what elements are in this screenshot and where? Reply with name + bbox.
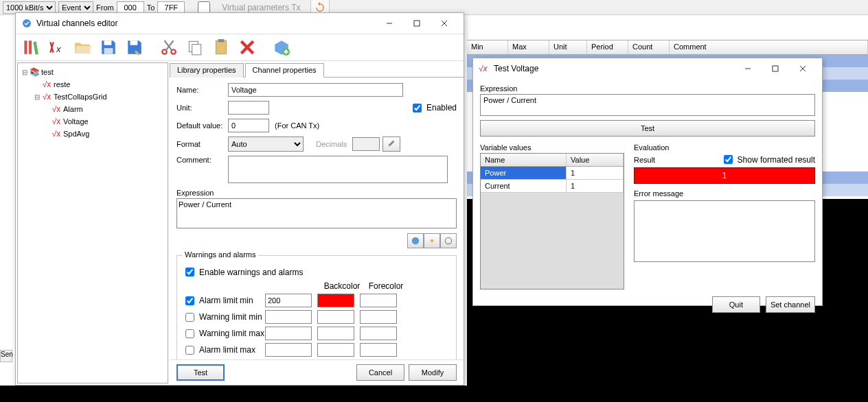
testdlg-titlebar[interactable]: √x Test Voltage <box>473 58 822 79</box>
evaluation-label: Evaluation <box>634 143 815 152</box>
property-tabs: Library properties Channel properties <box>170 62 464 78</box>
alarm-max-backcolor[interactable] <box>317 343 354 357</box>
table-row[interactable]: Current1 <box>481 180 624 193</box>
warn-max-checkbox[interactable]: Warning limit max <box>183 327 265 340</box>
add-package-icon[interactable] <box>270 36 293 59</box>
editor-titlebar[interactable]: Virtual channels editor <box>16 13 464 34</box>
run-test-button[interactable]: Test <box>480 120 815 137</box>
library-icon[interactable] <box>19 36 42 59</box>
svg-rect-12 <box>218 39 225 42</box>
baud-select[interactable]: 1000 kBit/s <box>3 1 56 14</box>
save-icon[interactable] <box>97 36 120 59</box>
warn-min-backcolor[interactable] <box>317 310 354 324</box>
channel-tree[interactable]: ⊟📚test √xreste ⊟√xTestCollapsGrid √xAlar… <box>17 62 168 383</box>
formula-icon[interactable]: x <box>45 36 68 59</box>
delete-icon[interactable] <box>236 36 259 59</box>
comment-input[interactable] <box>228 156 448 183</box>
svg-point-15 <box>431 239 434 243</box>
default-input[interactable] <box>228 119 269 132</box>
formula-icon: √x <box>479 63 490 74</box>
editor-toolbar: x <box>16 34 464 61</box>
variable-values-label: Variable values <box>480 143 624 152</box>
cut-icon[interactable] <box>157 36 181 59</box>
from-label: From <box>96 3 114 12</box>
expression-input[interactable]: Power / Current <box>176 198 457 228</box>
expr-link-icon[interactable] <box>440 233 457 248</box>
from-input[interactable] <box>117 1 144 14</box>
svg-rect-11 <box>216 40 226 54</box>
decimals-input <box>352 137 380 151</box>
default-label: Default value: <box>176 121 228 130</box>
expression-label: Expression <box>176 189 457 197</box>
to-label: To <box>147 3 155 12</box>
decimals-label: Decimals <box>316 140 347 148</box>
side-send-btn[interactable]: Sen <box>0 350 12 362</box>
alarm-min-backcolor[interactable] <box>317 294 354 307</box>
warn-min-input[interactable] <box>265 310 312 324</box>
name-input[interactable] <box>228 83 403 97</box>
mode-select[interactable]: Event <box>58 1 93 14</box>
enabled-checkbox[interactable]: Enabled <box>410 102 457 115</box>
close-icon[interactable] <box>789 59 816 78</box>
test-expression-label: Expression <box>480 84 815 93</box>
modify-button[interactable]: Modify <box>409 364 457 381</box>
format-edit-button[interactable] <box>382 137 400 152</box>
alarm-min-checkbox[interactable]: Alarm limit min <box>183 294 265 307</box>
expr-globe-icon[interactable] <box>407 233 424 248</box>
copy-icon[interactable] <box>183 36 207 59</box>
quit-button[interactable]: Quit <box>712 296 760 313</box>
svg-rect-6 <box>130 40 138 45</box>
alarm-max-checkbox[interactable]: Alarm limit max <box>183 344 265 357</box>
svg-point-16 <box>445 237 451 244</box>
enable-warnings-checkbox[interactable]: Enable warnings and alarms <box>183 265 303 279</box>
tab-library-properties[interactable]: Library properties <box>170 63 244 78</box>
table-row[interactable]: Power1 <box>481 167 624 180</box>
unit-input[interactable] <box>228 101 269 115</box>
open-icon[interactable] <box>71 36 94 59</box>
virtual-channels-editor-window: Virtual channels editor x ⊟📚test √xreste… <box>15 12 464 386</box>
comment-label: Comment: <box>176 156 228 164</box>
library-node-icon: 📚 <box>29 67 40 77</box>
minimize-icon[interactable] <box>734 59 762 78</box>
alarm-min-forecolor[interactable] <box>360 294 397 307</box>
variable-table[interactable]: NameValue Power1 Current1 <box>480 153 624 289</box>
alarm-max-forecolor[interactable] <box>360 343 397 357</box>
result-label: Result <box>634 156 655 164</box>
svg-rect-5 <box>104 48 113 54</box>
tab-channel-properties[interactable]: Channel properties <box>245 63 324 78</box>
error-label: Error message <box>634 189 815 198</box>
cancel-button[interactable]: Cancel <box>356 364 404 381</box>
result-value: 1 <box>634 167 815 184</box>
save-as-icon[interactable] <box>123 36 146 59</box>
svg-point-14 <box>412 237 420 245</box>
warn-max-backcolor[interactable] <box>317 327 354 340</box>
to-input[interactable] <box>157 1 185 14</box>
show-formatted-checkbox[interactable]: Show formated result <box>721 153 815 166</box>
formula-node-icon: √x <box>51 117 62 126</box>
testdlg-title: Test Voltage <box>494 64 734 73</box>
test-expression-input[interactable]: Power / Current <box>480 94 815 116</box>
name-label: Name: <box>176 86 228 94</box>
warn-max-input[interactable] <box>265 327 312 340</box>
alarm-min-input[interactable] <box>265 294 312 307</box>
test-button[interactable]: Test <box>176 364 225 381</box>
minimize-icon[interactable] <box>376 14 403 33</box>
unit-label: Unit: <box>176 104 228 112</box>
format-select[interactable]: Auto <box>228 137 304 152</box>
grid-header: Min Max Unit Period Count Comment <box>467 40 868 55</box>
maximize-icon[interactable] <box>403 14 431 33</box>
warn-min-forecolor[interactable] <box>360 310 397 324</box>
formula-node-icon: √x <box>41 80 52 89</box>
test-voltage-dialog: √x Test Voltage Expression Power / Curre… <box>472 58 823 306</box>
formula-node-icon: √x <box>51 104 62 114</box>
warn-max-forecolor[interactable] <box>360 327 397 340</box>
warn-min-checkbox[interactable]: Warning limit min <box>183 311 265 324</box>
expr-gear-icon[interactable] <box>424 233 440 248</box>
close-icon[interactable] <box>431 14 458 33</box>
set-channel-button[interactable]: Set channel <box>766 296 815 313</box>
svg-text:x: x <box>56 44 61 54</box>
maximize-icon[interactable] <box>762 59 789 78</box>
paste-icon[interactable] <box>209 36 233 59</box>
formula-node-icon: √x <box>51 129 62 139</box>
alarm-max-input[interactable] <box>265 343 312 357</box>
